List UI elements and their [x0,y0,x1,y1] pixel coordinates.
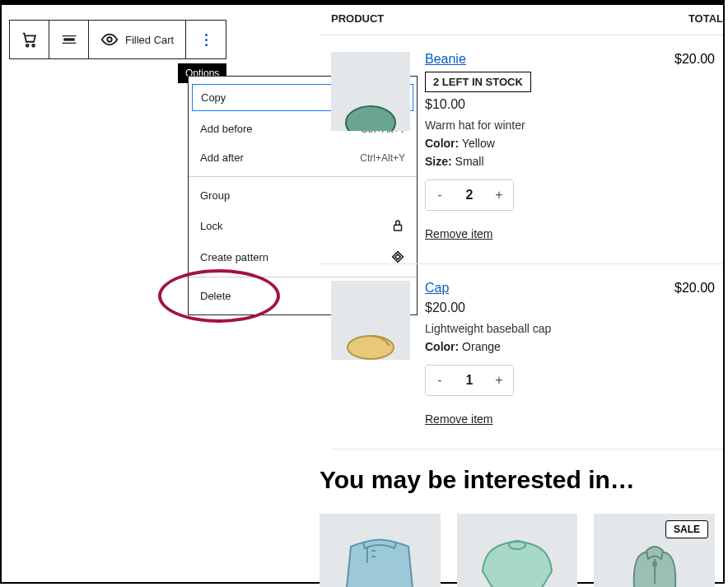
svg-point-10 [348,336,394,359]
remove-item-link[interactable]: Remove item [425,227,661,240]
menu-label: Create pattern [200,251,268,263]
item-total: $20.00 [661,52,723,67]
eye-icon [100,30,119,49]
sale-badge: SALE [665,520,708,538]
svg-point-5 [107,37,112,42]
qty-decrease-button[interactable]: - [426,366,454,395]
cross-sell-card[interactable] [457,514,578,587]
product-price: $10.00 [425,97,661,112]
cart-item: Cap $20.00 Lightweight baseball cap Colo… [320,263,723,449]
product-meta-size: Size: Small [425,155,661,168]
svg-rect-2 [63,38,74,40]
product-thumbnail[interactable] [331,52,410,131]
column-header-product: PRODUCT [320,12,661,25]
quantity-stepper: - 2 + [425,179,514,211]
product-description: Lightweight baseball cap [425,322,661,335]
qty-increase-button[interactable]: + [485,180,513,210]
column-header-total: TOTAL [661,12,723,25]
qty-value: 1 [454,366,485,395]
qty-value: 2 [454,180,485,210]
cross-sells-section: You may be interested in… SALE [320,466,715,587]
more-options-button[interactable] [186,21,226,58]
menu-label: Add after [200,151,244,164]
menu-label: Lock [200,220,222,232]
menu-label: Copy [201,91,226,104]
product-name-link[interactable]: Cap [425,281,661,296]
product-description: Warm hat for winter [425,119,661,132]
product-price: $20.00 [425,300,661,315]
annotation-ellipse [158,269,280,323]
kebab-icon [205,34,208,46]
cart-item: Beanie 2 LEFT IN STOCK $10.00 Warm hat f… [320,35,723,263]
align-icon[interactable] [49,21,89,58]
product-thumbnail[interactable] [331,281,410,360]
block-toolbar: Filled Cart [9,20,226,59]
cart-block: PRODUCT TOTAL Beanie 2 LEFT IN STOCK $10… [320,12,723,450]
view-mode-label: Filled Cart [125,34,174,46]
quantity-stepper: - 1 + [425,365,514,396]
item-total: $20.00 [661,281,723,296]
product-meta-color: Color: Orange [425,340,661,353]
cart-block-icon[interactable] [10,21,49,58]
svg-rect-4 [62,43,76,44]
product-meta-color: Color: Yellow [425,137,661,150]
svg-point-0 [26,44,28,47]
svg-point-1 [32,44,35,47]
cross-sell-card[interactable]: SALE [594,514,715,587]
qty-decrease-button[interactable]: - [426,180,454,210]
svg-point-9 [346,106,395,131]
stock-badge: 2 LEFT IN STOCK [425,72,531,92]
qty-increase-button[interactable]: + [485,366,513,395]
cross-sells-heading: You may be interested in… [320,466,715,494]
remove-item-link[interactable]: Remove item [425,412,661,426]
product-name-link[interactable]: Beanie [425,52,661,67]
cross-sell-card[interactable] [320,514,441,587]
menu-label: Group [200,189,230,202]
svg-rect-3 [62,35,76,36]
view-mode-button[interactable]: Filled Cart [89,21,186,58]
menu-label: Add before [200,123,253,135]
